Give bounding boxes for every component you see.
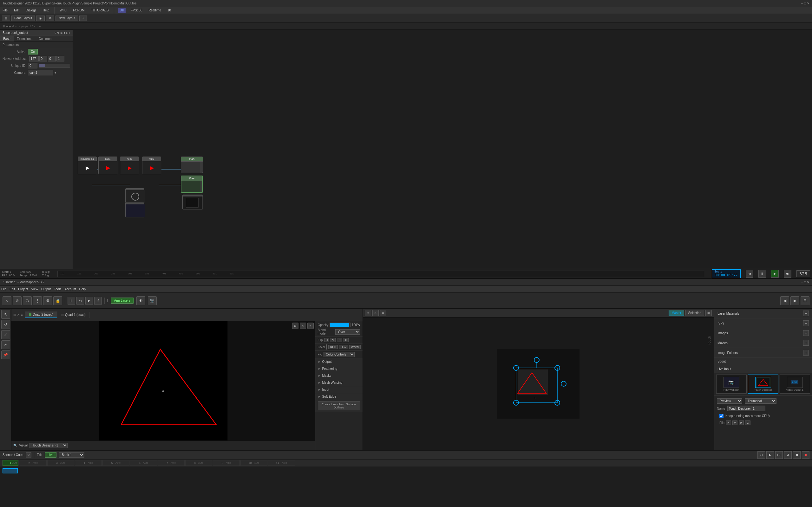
mm-movies-header[interactable]: Movies + [714,338,812,348]
mm-scene-1-active[interactable]: 1 Auto [3,460,18,466]
td-network-val3[interactable] [48,56,56,61]
mm-bank-select[interactable]: Bank-1 [59,452,84,458]
mm-fullscreen-icon[interactable]: ⊞ [801,296,809,305]
mm-tool-warp[interactable]: ⋮ [33,296,42,305]
mm-selection-btn[interactable]: Selection [686,310,704,316]
td-menu-tutorials[interactable]: TUTORIALS [90,8,110,13]
td-tab-extensions[interactable]: Extensions [14,36,36,42]
mm-keep-running-check[interactable] [719,414,723,418]
td-network-val2[interactable] [39,56,47,61]
mm-ov-close[interactable]: ✕ [372,310,379,316]
mm-scene-4[interactable]: 4 Auto [75,460,102,466]
mm-output-quad2[interactable]: Quad-2 (quad) [25,312,57,318]
mm-camera-icon[interactable]: 📷 [148,296,157,305]
mm-tool-transform[interactable]: ⬡ [23,296,32,305]
td-transport-rewind[interactable]: ⏮ [746,270,753,278]
td-node-bas2[interactable]: Bas [181,176,203,193]
mm-scene-5[interactable]: 5 Auto [102,460,130,466]
mm-flip-v[interactable]: V [331,338,336,342]
mm-section-mesh-header[interactable]: ▶ Mesh Warping [315,379,362,386]
td-icon-1[interactable]: ⊞ [2,15,10,21]
mm-scene-11[interactable]: 11 Auto [268,460,295,466]
mm-flip-btn-h[interactable]: H [726,420,731,425]
mm-play-btn[interactable]: ▶ [85,297,93,304]
mm-tool-slice[interactable]: ✂ [1,340,10,349]
td-menu-forum[interactable]: FORUM [72,8,86,13]
td-menu-edit[interactable]: Edit [13,8,20,13]
mm-output-quad1[interactable]: Quad-1 (quad) [57,312,90,318]
mm-stop-btn[interactable]: ⏸ [67,297,75,304]
mm-flip-btn-c[interactable]: C [745,420,751,425]
td-node-circle[interactable] [125,188,144,203]
mm-blend-select[interactable]: Over [335,329,360,335]
td-network-val4[interactable] [56,56,64,61]
mm-back-btn[interactable]: ◀ [780,296,789,305]
mm-isps-header[interactable]: ISPs + [714,319,812,328]
mm-scene-8[interactable]: 8 Auto [185,460,212,466]
mm-section-softedge-header[interactable]: ▶ Soft-Edge [315,393,362,400]
mm-images-add-btn[interactable]: + [803,330,809,336]
mm-section-output-header[interactable]: ▶ Output [315,358,362,365]
mm-ov-settings[interactable]: ≡ [380,310,386,316]
td-network-val1[interactable] [29,56,39,61]
mm-scenes-settings[interactable]: ⚙ [26,452,32,458]
mm-loop-btn[interactable]: ↺ [94,297,102,304]
td-tab-common[interactable]: Common [36,36,55,42]
mm-scenes-live-btn[interactable]: Live [45,452,56,458]
mm-menu-help[interactable]: Help [79,287,86,291]
mm-ov-fullscreen[interactable]: ⊞ [705,310,712,316]
mm-menu-project[interactable]: Project [18,287,28,291]
td-transport-play[interactable]: ▶ [771,270,779,278]
td-menu-dialogs[interactable]: Dialogs [24,8,38,13]
mm-color-rgb[interactable]: RGB [328,345,338,349]
mm-prev-btn[interactable]: ⏮ [77,297,84,304]
td-menu-help[interactable]: Help [42,8,51,13]
pane-layout-btn[interactable]: Pane Layout [11,15,35,21]
mm-section-masks-header[interactable]: ▶ Masks [315,372,362,379]
td-active-toggle[interactable]: On [28,49,38,55]
mm-fx-select[interactable]: Color Controls [323,352,355,357]
mm-menu-file[interactable]: File [1,287,6,291]
mm-scene-10[interactable]: 10 Auto [241,460,267,466]
mm-scene-9[interactable]: 9 Auto [213,460,240,466]
mm-flip-h[interactable]: H [324,338,329,342]
mm-scene-3[interactable]: 3 Auto [47,460,74,466]
arm-lasers-btn[interactable]: Arm Lasers [111,297,134,303]
mm-scenes-play[interactable]: ▶ [766,451,774,459]
mm-canvas-maximize[interactable]: ⊞ [292,323,299,329]
mm-tool-lock[interactable]: 🔒 [53,296,62,305]
td-menu-dii[interactable]: DII [118,8,126,13]
td-camera-arrow[interactable]: ▾ [55,71,56,74]
mm-folders-add-btn[interactable]: + [803,350,809,355]
mm-color-swatch[interactable] [326,344,327,349]
mm-scenes-loop[interactable]: ↺ [784,451,792,459]
mm-menu-view[interactable]: View [31,287,38,291]
mm-live-videoout[interactable]: LIVE Video-Output-1 [780,375,810,394]
mm-tool-pin[interactable]: 📌 [1,350,10,359]
mm-canvas-close[interactable]: ✕ [300,323,306,329]
mm-images-header[interactable]: Images + [714,328,812,338]
mm-menu-tools[interactable]: Tools [54,287,61,291]
td-node-moviefile1[interactable]: moviefilein1 ▶ [78,157,97,174]
mm-scene-7[interactable]: 7 Auto [158,460,185,466]
mm-menu-account[interactable]: Account [64,287,76,291]
mm-tool-add[interactable]: ⊕ [13,296,21,305]
mm-preview-select[interactable]: Preview [717,398,742,404]
mm-source-select[interactable]: Touch Designer -1 [30,443,67,448]
mm-laser-header[interactable]: Laser Materials + [714,308,812,318]
mm-menu-output[interactable]: Output [41,287,51,291]
mm-flip-r[interactable]: R [337,338,342,342]
mm-movies-add-btn[interactable]: + [803,340,809,346]
mm-main-canvas[interactable]: ⊞ ✕ ≡ 🔍 Visual Touch Designer -1 [11,321,315,450]
td-uid-slider[interactable] [39,64,70,67]
td-uid-value[interactable] [28,63,38,68]
td-node-null1[interactable]: null1 ▶ [98,157,117,174]
mm-thumbnail-select[interactable]: Thumbnail [745,398,776,404]
td-plus-btn[interactable]: + [79,15,87,21]
mm-ov-add[interactable]: ⊞ [365,310,371,316]
mm-scene-6[interactable]: 6 Auto [130,460,157,466]
mm-flip-btn-v[interactable]: V [732,420,738,425]
mm-master-btn[interactable]: Master [669,310,684,316]
mm-flip-btn-r[interactable]: R [739,420,744,425]
td-timeline-strip[interactable]: 101 151 201 251 301 351 401 451 501 551 … [57,271,704,277]
